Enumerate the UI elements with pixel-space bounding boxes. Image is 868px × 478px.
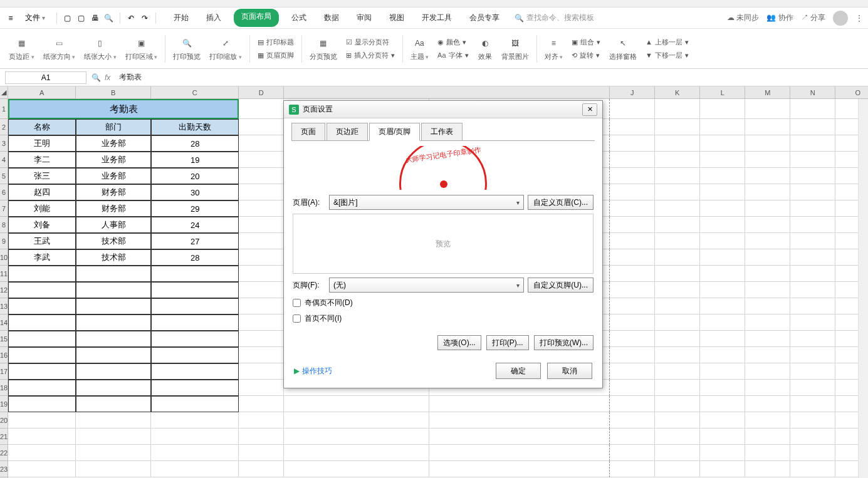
- row-header[interactable]: 17: [0, 363, 8, 380]
- page-break-preview-button[interactable]: ▦分页预览: [306, 34, 341, 63]
- sync-status[interactable]: ☁ 未同步: [727, 13, 759, 23]
- col-header[interactable]: J: [610, 86, 655, 98]
- options-button[interactable]: 选项(O)...: [437, 335, 481, 350]
- share-button[interactable]: ↗ 分享: [801, 13, 825, 23]
- row-header[interactable]: 11: [0, 266, 8, 282]
- tab-margins[interactable]: 页边距: [327, 123, 368, 141]
- tab-header-footer[interactable]: 页眉/页脚: [369, 123, 420, 141]
- row-header[interactable]: 1: [0, 99, 8, 119]
- bg-image-button[interactable]: 🖼背景图片: [498, 34, 533, 63]
- redo-icon[interactable]: ↷: [139, 13, 150, 24]
- insert-break-button[interactable]: ⊞插入分页符 ▾: [342, 49, 399, 61]
- more-icon[interactable]: ⋮: [855, 14, 863, 23]
- row-header[interactable]: 22: [0, 445, 8, 461]
- collab-button[interactable]: 👥 协作: [766, 13, 793, 23]
- print-icon[interactable]: 🖶: [90, 13, 101, 24]
- cell[interactable]: [790, 99, 835, 119]
- effect-button[interactable]: ◐效果: [474, 34, 496, 63]
- tab-page[interactable]: 页面: [291, 123, 325, 141]
- move-up-button[interactable]: ▲上移一层 ▾: [642, 36, 693, 48]
- font-button[interactable]: Aa字体 ▾: [434, 49, 472, 61]
- row-header[interactable]: 13: [0, 298, 8, 314]
- group-button[interactable]: ▣组合 ▾: [568, 36, 604, 48]
- align-button[interactable]: ≡对齐: [541, 34, 567, 63]
- col-header[interactable]: L: [700, 86, 745, 98]
- fx-icon[interactable]: fx: [105, 73, 110, 82]
- title-cell[interactable]: 考勤表: [8, 99, 239, 119]
- row-header[interactable]: 16: [0, 347, 8, 363]
- tab-formula[interactable]: 公式: [286, 9, 311, 27]
- print-area-button[interactable]: ▣打印区域: [122, 34, 162, 63]
- dialog-titlebar[interactable]: S 页面设置 ✕: [284, 101, 602, 118]
- tips-link[interactable]: ▶操作技巧: [294, 366, 332, 377]
- select-all[interactable]: ◢: [0, 86, 8, 99]
- tab-view[interactable]: 视图: [384, 9, 409, 27]
- show-breaks-checkbox[interactable]: ☑显示分页符: [342, 36, 399, 48]
- col-header[interactable]: N: [790, 86, 835, 98]
- tab-developer[interactable]: 开发工具: [417, 9, 457, 27]
- cell[interactable]: [610, 99, 655, 119]
- row-header[interactable]: 14: [0, 314, 8, 331]
- odd-even-checkbox[interactable]: 奇偶页不同(D): [293, 298, 593, 308]
- col-header[interactable]: D: [239, 86, 284, 98]
- cancel-button[interactable]: 取消: [547, 363, 592, 379]
- tab-page-layout[interactable]: 页面布局: [234, 9, 279, 27]
- row-header[interactable]: 12: [0, 282, 8, 298]
- first-diff-checkbox[interactable]: 首页不同(I): [293, 313, 593, 324]
- custom-footer-button[interactable]: 自定义页脚(U)...: [528, 278, 593, 293]
- col-header[interactable]: M: [745, 86, 790, 98]
- col-header[interactable]: O: [835, 86, 868, 98]
- undo-icon[interactable]: ↶: [125, 13, 137, 24]
- row-header[interactable]: 7: [0, 200, 8, 217]
- tab-review[interactable]: 审阅: [352, 9, 377, 27]
- menu-icon[interactable]: ≡: [5, 13, 16, 24]
- size-button[interactable]: ▯纸张大小: [80, 34, 120, 63]
- row-header[interactable]: 23: [0, 461, 8, 477]
- row-header[interactable]: 2: [0, 119, 8, 135]
- row-header[interactable]: 8: [0, 217, 8, 233]
- header-footer-button[interactable]: ▦页眉页脚: [254, 49, 298, 61]
- footer-select[interactable]: (无): [329, 278, 524, 293]
- row-header[interactable]: 9: [0, 233, 8, 249]
- row-header[interactable]: 20: [0, 412, 8, 429]
- print-preview-button[interactable]: 🔍打印预览: [169, 34, 204, 63]
- tab-sheet[interactable]: 工作表: [421, 123, 463, 141]
- margins-button[interactable]: ▦页边距: [5, 34, 38, 63]
- vertical-scrollbar[interactable]: [858, 99, 868, 478]
- tab-member[interactable]: 会员专享: [464, 9, 505, 27]
- search-fx-icon[interactable]: 🔍: [92, 73, 101, 82]
- new-icon[interactable]: ▢: [62, 13, 73, 24]
- cell[interactable]: [655, 99, 700, 119]
- cell[interactable]: [745, 99, 790, 119]
- row-header[interactable]: 18: [0, 380, 8, 396]
- row-header[interactable]: 15: [0, 331, 8, 347]
- theme-button[interactable]: Aa主题: [407, 34, 433, 63]
- row-header[interactable]: 3: [0, 135, 8, 152]
- preview-icon[interactable]: 🔍: [103, 13, 115, 24]
- ok-button[interactable]: 确定: [496, 363, 541, 379]
- file-menu[interactable]: 文件: [19, 10, 51, 26]
- row-header[interactable]: 19: [0, 396, 8, 412]
- tab-data[interactable]: 数据: [319, 9, 344, 27]
- select-pane-button[interactable]: ↖选择窗格: [605, 34, 641, 63]
- color-button[interactable]: ◉颜色 ▾: [434, 36, 472, 48]
- print-title-button[interactable]: ▤打印标题: [254, 36, 298, 48]
- row-header[interactable]: 4: [0, 152, 8, 168]
- cell-reference-input[interactable]: [5, 71, 86, 84]
- col-header[interactable]: C: [151, 86, 239, 98]
- cell[interactable]: [239, 99, 284, 119]
- row-header[interactable]: 6: [0, 184, 8, 200]
- move-down-button[interactable]: ▼下移一层 ▾: [642, 49, 693, 61]
- open-icon[interactable]: ▢: [76, 13, 87, 24]
- row-header[interactable]: 10: [0, 249, 8, 266]
- formula-input[interactable]: 考勤表: [119, 72, 863, 83]
- print-button[interactable]: 打印(P)...: [486, 335, 529, 350]
- command-search[interactable]: 🔍 查找命令、搜索模板: [515, 13, 594, 23]
- rotate-button[interactable]: ⟲旋转 ▾: [568, 49, 604, 61]
- row-header[interactable]: 5: [0, 168, 8, 184]
- cell[interactable]: [700, 99, 745, 119]
- col-header[interactable]: K: [655, 86, 700, 98]
- print-preview-button[interactable]: 打印预览(W)...: [534, 335, 593, 350]
- col-header[interactable]: A: [8, 86, 76, 98]
- header-select[interactable]: &[图片]: [329, 195, 524, 210]
